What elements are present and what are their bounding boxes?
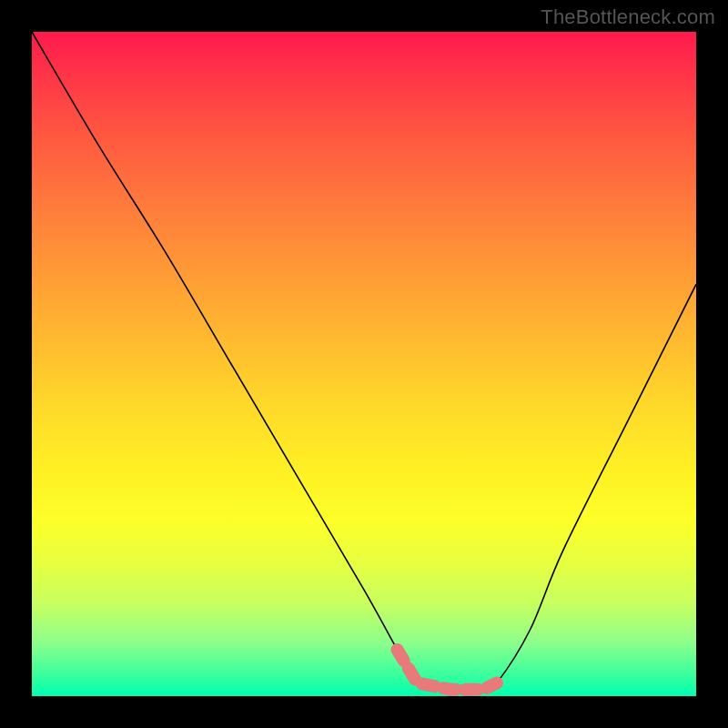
optimal-band-marker — [398, 650, 498, 690]
bottleneck-curve-svg — [32, 32, 696, 696]
attribution-label: TheBottleneck.com — [541, 5, 715, 29]
bottleneck-curve-path — [32, 32, 696, 691]
